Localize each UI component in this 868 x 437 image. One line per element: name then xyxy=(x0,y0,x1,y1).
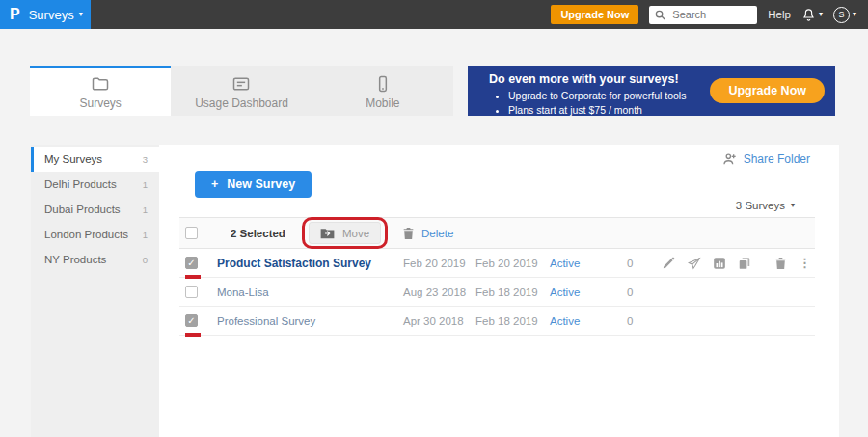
responses-count: 0 xyxy=(627,315,670,327)
account-menu[interactable]: S ▾ xyxy=(833,7,856,23)
tab-usage-dashboard[interactable]: Usage Dashboard xyxy=(171,66,312,116)
product-menu[interactable]: Surveys ▾ xyxy=(29,8,83,22)
folder-count: 1 xyxy=(143,230,148,240)
sidebar-item-delhi-products[interactable]: Delhi Products 1 xyxy=(31,172,159,197)
row-actions: ⋮ xyxy=(670,255,815,272)
brand-area: P Surveys ▾ xyxy=(0,0,91,29)
bulk-actions-bar: 2 Selected Move Delete xyxy=(179,217,815,249)
proprofs-logo[interactable]: P xyxy=(10,7,20,22)
trash-icon xyxy=(402,227,415,240)
delete-button[interactable]: Delete xyxy=(402,227,453,240)
survey-title-link[interactable]: Professional Survey xyxy=(217,315,403,327)
row-checkbox-cell: ✓ xyxy=(185,307,217,335)
modified-date: Feb 18 2019 xyxy=(475,287,550,298)
more-dots-icon[interactable]: ⋮ xyxy=(799,257,811,269)
dashboard-icon xyxy=(231,74,251,94)
sidebar-item-my-surveys[interactable]: My Surveys 3 xyxy=(31,147,159,172)
tab-mobile[interactable]: Mobile xyxy=(312,66,453,116)
send-plane-icon[interactable] xyxy=(687,257,701,270)
row-checkbox[interactable]: ✓ xyxy=(185,314,198,327)
status-badge[interactable]: Active xyxy=(550,315,627,327)
row-checkbox[interactable]: ✓ xyxy=(185,257,198,269)
surveys-count-label: 3 Surveys xyxy=(736,200,785,211)
sidebar-item-ny-products[interactable]: NY Products 0 xyxy=(31,247,159,272)
row-checkbox-cell: ✓ xyxy=(185,249,217,277)
share-folder-label: Share Folder xyxy=(744,152,810,166)
responses-count: 0 xyxy=(627,287,670,298)
view-tabs: Surveys Usage Dashboard Mobile xyxy=(30,66,453,116)
annotation-checkbox-underline xyxy=(185,333,201,337)
surveys-count-dropdown[interactable]: 3 Surveys ▾ xyxy=(736,200,795,211)
duplicate-copy-icon[interactable] xyxy=(738,257,751,270)
plus-icon: + xyxy=(211,178,218,191)
mobile-icon xyxy=(373,74,393,94)
move-button[interactable]: Move xyxy=(309,222,381,244)
selected-count-label: 2 Selected xyxy=(231,228,285,239)
sidebar-item-london-products[interactable]: London Products 1 xyxy=(31,222,159,247)
bell-icon xyxy=(801,8,816,22)
row-checkbox-cell xyxy=(185,278,217,306)
folder-label: My Surveys xyxy=(44,153,102,165)
topbar-right-controls: Upgrade Now Help ▾ S ▾ xyxy=(551,5,868,24)
tab-label: Usage Dashboard xyxy=(195,96,288,110)
modified-date: Feb 20 2019 xyxy=(475,258,550,269)
tab-surveys[interactable]: Surveys xyxy=(30,66,171,116)
chevron-down-icon: ▾ xyxy=(819,11,823,18)
tab-label: Mobile xyxy=(366,96,399,110)
product-menu-label: Surveys xyxy=(29,8,74,22)
help-link[interactable]: Help xyxy=(768,9,791,20)
reports-chart-icon[interactable] xyxy=(713,257,726,270)
select-all-checkbox[interactable] xyxy=(185,227,198,239)
delete-label: Delete xyxy=(421,228,453,239)
move-folder-icon xyxy=(320,227,335,239)
folder-count: 3 xyxy=(143,154,148,165)
upgrade-now-button[interactable]: Upgrade Now xyxy=(551,5,638,24)
tab-label: Surveys xyxy=(79,96,121,110)
sidebar-item-dubai-products[interactable]: Dubai Products 1 xyxy=(31,197,159,222)
share-person-add-icon xyxy=(721,152,737,166)
status-badge[interactable]: Active xyxy=(550,258,627,269)
surveys-table: 2 Selected Move Delete ✓ xyxy=(179,217,815,336)
folder-icon xyxy=(91,74,110,94)
move-label: Move xyxy=(342,228,369,239)
new-survey-label: New Survey xyxy=(227,178,295,191)
chevron-down-icon: ▾ xyxy=(791,202,795,209)
move-button-wrap: Move xyxy=(309,222,381,244)
chevron-down-icon: ▾ xyxy=(79,11,83,18)
upgrade-banner: Do even more with your surveys! Upgrade … xyxy=(468,66,835,116)
survey-title-link[interactable]: Product Satisfaction Survey xyxy=(217,257,403,270)
trash-icon[interactable] xyxy=(774,257,787,270)
status-badge[interactable]: Active xyxy=(550,287,627,298)
created-date: Feb 20 2019 xyxy=(403,258,475,269)
search-input[interactable] xyxy=(670,8,751,21)
row-checkbox[interactable] xyxy=(185,286,198,298)
new-survey-button[interactable]: + New Survey xyxy=(195,171,312,198)
survey-title-link[interactable]: Mona-Lisa xyxy=(217,287,403,298)
folders-sidebar: My Surveys 3 Delhi Products 1 Dubai Prod… xyxy=(31,145,159,437)
table-row: Mona-Lisa Aug 23 2018 Feb 18 2019 Active… xyxy=(179,278,815,307)
table-row: ✓ Professional Survey Apr 30 2018 Feb 18… xyxy=(179,307,815,336)
top-navigation-bar: P Surveys ▾ Upgrade Now Help ▾ S ▾ xyxy=(0,0,868,29)
chevron-down-icon: ▾ xyxy=(853,11,856,18)
search-box[interactable] xyxy=(649,6,757,24)
created-date: Aug 23 2018 xyxy=(403,287,475,298)
created-date: Apr 30 2018 xyxy=(403,315,475,327)
folder-count: 1 xyxy=(143,205,148,215)
folder-count: 0 xyxy=(143,255,148,265)
search-icon xyxy=(655,10,665,20)
folder-label: Dubai Products xyxy=(44,204,121,215)
folder-count: 1 xyxy=(143,179,148,190)
table-row: ✓ Product Satisfaction Survey Feb 20 201… xyxy=(179,249,815,278)
modified-date: Feb 18 2019 xyxy=(475,315,550,327)
share-folder-link[interactable]: Share Folder xyxy=(721,152,810,166)
edit-pencil-icon[interactable] xyxy=(662,257,675,270)
folder-label: Delhi Products xyxy=(44,178,117,190)
select-all-cell xyxy=(185,218,217,248)
avatar: S xyxy=(833,7,850,23)
banner-upgrade-button[interactable]: Upgrade Now xyxy=(710,78,825,103)
folder-label: NY Products xyxy=(44,254,106,265)
folder-label: London Products xyxy=(44,229,128,240)
surveys-panel: Share Folder + New Survey 3 Surveys ▾ 2 … xyxy=(159,145,839,437)
banner-bullet: Plans start at just $75 / month xyxy=(508,103,822,118)
notifications-button[interactable]: ▾ xyxy=(801,8,823,22)
